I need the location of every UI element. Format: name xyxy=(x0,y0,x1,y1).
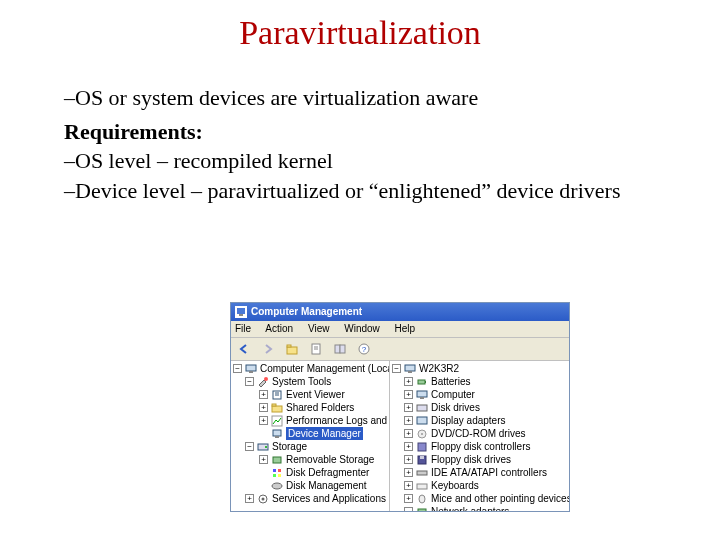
display-adapter-icon xyxy=(416,415,428,427)
expand-icon[interactable]: + xyxy=(404,442,413,451)
svg-point-41 xyxy=(421,433,423,435)
cd-drive-icon xyxy=(416,428,428,440)
collapse-icon[interactable]: − xyxy=(233,364,242,373)
expand-icon[interactable]: + xyxy=(404,416,413,425)
device-disk-drives[interactable]: + Disk drives xyxy=(390,401,569,414)
svg-point-29 xyxy=(272,483,282,489)
no-expand-icon: · xyxy=(259,429,268,438)
help-button[interactable]: ? xyxy=(355,340,373,358)
svg-rect-46 xyxy=(417,484,427,489)
expand-icon[interactable]: + xyxy=(259,416,268,425)
app-icon xyxy=(235,306,247,318)
svg-rect-18 xyxy=(272,404,276,406)
svg-rect-12 xyxy=(249,371,253,373)
svg-text:?: ? xyxy=(362,345,367,354)
device-ide[interactable]: + IDE ATA/ATAPI controllers xyxy=(390,466,569,479)
expand-icon[interactable]: + xyxy=(404,429,413,438)
tree-removable-storage[interactable]: + Removable Storage xyxy=(231,453,389,466)
device-label: Disk drives xyxy=(431,401,480,414)
bullet-intro: –OS or system devices are virtualization… xyxy=(64,84,664,112)
expand-icon[interactable]: + xyxy=(404,455,413,464)
tools-icon xyxy=(257,376,269,388)
event-viewer-icon xyxy=(271,389,283,401)
expand-icon[interactable]: + xyxy=(404,403,413,412)
tree-device-manager[interactable]: · Device Manager xyxy=(231,427,389,440)
disk-defragmenter-icon xyxy=(271,467,283,479)
network-adapter-icon xyxy=(416,506,428,513)
expand-icon[interactable]: + xyxy=(245,494,254,503)
device-dvd-cd[interactable]: + DVD/CD-ROM drives xyxy=(390,427,569,440)
device-floppy-drives[interactable]: + Floppy disk drives xyxy=(390,453,569,466)
svg-rect-39 xyxy=(417,417,427,424)
tree-disk-management[interactable]: · Disk Management xyxy=(231,479,389,492)
tree-performance[interactable]: + Performance Logs and Alerts xyxy=(231,414,389,427)
device-keyboards[interactable]: + Keyboards xyxy=(390,479,569,492)
device-floppy-controllers[interactable]: + Floppy disk controllers xyxy=(390,440,569,453)
forward-button[interactable] xyxy=(259,340,277,358)
collapse-icon[interactable]: − xyxy=(245,442,254,451)
svg-rect-11 xyxy=(246,365,256,371)
device-batteries[interactable]: + Batteries xyxy=(390,375,569,388)
device-root[interactable]: − W2K3R2 xyxy=(390,362,569,375)
collapse-icon[interactable]: − xyxy=(245,377,254,386)
device-display-adapters[interactable]: + Display adapters xyxy=(390,414,569,427)
up-button[interactable] xyxy=(283,340,301,358)
device-manager-icon xyxy=(271,428,283,440)
expand-icon[interactable]: + xyxy=(404,468,413,477)
window-title: Computer Management xyxy=(251,303,362,321)
refresh-button[interactable] xyxy=(331,340,349,358)
menu-window[interactable]: Window xyxy=(344,323,380,334)
menu-action[interactable]: Action xyxy=(265,323,293,334)
svg-point-47 xyxy=(419,495,425,503)
expand-icon[interactable]: + xyxy=(259,390,268,399)
toolbar: ? xyxy=(231,338,569,361)
expand-icon[interactable]: + xyxy=(259,455,268,464)
collapse-icon[interactable]: − xyxy=(392,364,401,373)
device-label: Display adapters xyxy=(431,414,505,427)
device-network-adapters[interactable]: − Network adapters xyxy=(390,505,569,512)
svg-rect-0 xyxy=(237,308,245,314)
tree-label: Disk Management xyxy=(286,479,367,492)
tree-event-viewer[interactable]: + Event Viewer xyxy=(231,388,389,401)
window-titlebar: Computer Management xyxy=(231,303,569,321)
device-computer[interactable]: + Computer xyxy=(390,388,569,401)
removable-storage-icon xyxy=(271,454,283,466)
svg-rect-24 xyxy=(273,457,281,463)
device-label: Keyboards xyxy=(431,479,479,492)
tree-root-label: Computer Management (Local) xyxy=(260,362,390,375)
tree-label: Performance Logs and Alerts xyxy=(286,414,390,427)
tree-shared-folders[interactable]: + Shared Folders xyxy=(231,401,389,414)
svg-rect-33 xyxy=(408,371,412,373)
disk-management-icon xyxy=(271,480,283,492)
collapse-icon[interactable]: − xyxy=(404,507,413,512)
device-label: Batteries xyxy=(431,375,470,388)
menu-view[interactable]: View xyxy=(308,323,330,334)
tree-disk-defragmenter[interactable]: · Disk Defragmenter xyxy=(231,466,389,479)
expand-icon[interactable]: + xyxy=(404,481,413,490)
expand-icon[interactable]: + xyxy=(404,377,413,386)
svg-rect-21 xyxy=(275,436,279,438)
tree-storage[interactable]: − Storage xyxy=(231,440,389,453)
expand-icon[interactable]: + xyxy=(404,390,413,399)
device-label: DVD/CD-ROM drives xyxy=(431,427,525,440)
svg-rect-28 xyxy=(278,474,281,477)
device-mice[interactable]: + Mice and other pointing devices xyxy=(390,492,569,505)
shared-folders-icon xyxy=(271,402,283,414)
bullet-os-level: –OS level – recompiled kernel xyxy=(64,147,664,175)
services-icon xyxy=(257,493,269,505)
tree-system-tools[interactable]: − System Tools xyxy=(231,375,389,388)
slide-title: Paravirtualization xyxy=(0,14,720,52)
back-button[interactable] xyxy=(235,340,253,358)
floppy-drive-icon xyxy=(416,454,428,466)
svg-rect-20 xyxy=(273,430,281,436)
expand-icon[interactable]: + xyxy=(404,494,413,503)
svg-rect-26 xyxy=(278,469,281,472)
menu-help[interactable]: Help xyxy=(395,323,416,334)
tree-services-apps[interactable]: + Services and Applications xyxy=(231,492,389,505)
tree-root[interactable]: − Computer Management (Local) xyxy=(231,362,389,375)
properties-button[interactable] xyxy=(307,340,325,358)
expand-icon[interactable]: + xyxy=(259,403,268,412)
menu-file[interactable]: File xyxy=(235,323,251,334)
svg-rect-3 xyxy=(287,345,291,347)
svg-point-13 xyxy=(264,377,268,381)
